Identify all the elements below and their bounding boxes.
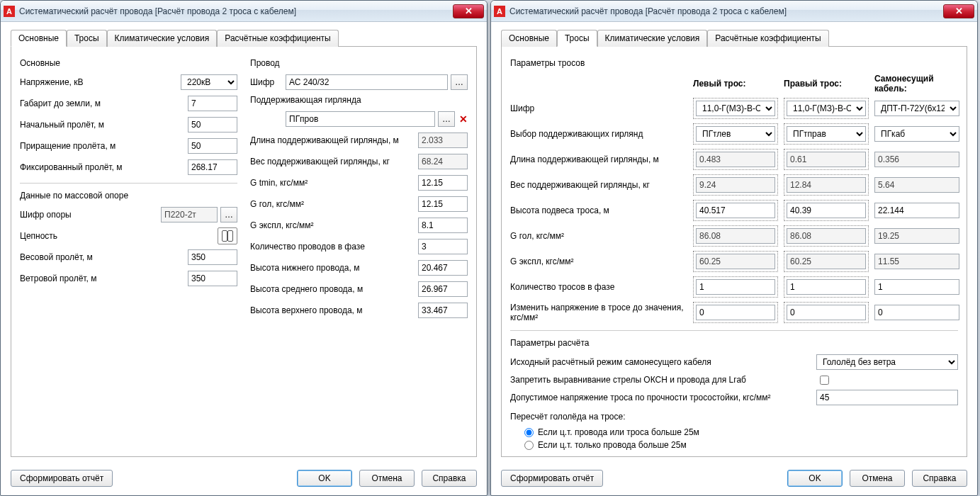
span-start-label: Начальный пролёт, м: [20, 120, 188, 130]
help-button[interactable]: Справка: [912, 470, 967, 487]
chain-label: Цепность: [20, 231, 218, 241]
code-self-select[interactable]: ДПТ-П-72У(6х12): [874, 101, 959, 116]
allow-tens-label: Допустимое напряжение троса по прочности…: [510, 393, 816, 402]
recount-radio-2[interactable]: [524, 441, 534, 450]
weight-span-label: Весовой пролёт, м: [20, 252, 188, 262]
h-mid-input[interactable]: [418, 281, 468, 297]
gexp-left: [696, 254, 775, 269]
tower-code-browse-button[interactable]: …: [220, 207, 237, 222]
report-button[interactable]: Сформировать отчёт: [11, 470, 113, 487]
ggol-input[interactable]: [418, 196, 468, 212]
garland-left-select[interactable]: ПГтлев: [696, 126, 775, 142]
voltage-select[interactable]: 220кВ: [181, 74, 237, 90]
cancel-button[interactable]: Отмена: [850, 470, 905, 487]
h-top-input[interactable]: [418, 303, 468, 318]
h-left[interactable]: [696, 203, 775, 218]
app-icon: A: [4, 6, 15, 17]
gexp-label: G экспл, кгс/мм²: [250, 220, 418, 230]
garland-len-label: Длина поддерживающей гирлянды, м: [250, 135, 418, 145]
span-inc-input[interactable]: [188, 138, 237, 154]
wind-span-input[interactable]: [188, 271, 237, 286]
nwires-input[interactable]: [418, 239, 468, 254]
h-top-label: Высота верхнего провода, м: [250, 305, 418, 315]
h-mid-label: Высота среднего провода, м: [250, 284, 418, 294]
row-ggol-label: G гол, кгс/мм²: [510, 231, 687, 241]
glen-left: [696, 152, 775, 167]
gabarit-input[interactable]: [188, 96, 237, 111]
allow-tens-input[interactable]: [816, 390, 958, 405]
garland-input: [286, 111, 435, 127]
tab-main[interactable]: Основные: [501, 30, 557, 47]
h-low-label: Высота нижнего провода, м: [250, 263, 418, 273]
tens-left[interactable]: [696, 305, 775, 320]
close-button[interactable]: ✕: [453, 4, 484, 18]
gexp-self: [874, 254, 959, 269]
cancel-button[interactable]: Отмена: [359, 470, 415, 487]
tens-right[interactable]: [787, 305, 866, 320]
span-start-input[interactable]: [188, 117, 237, 133]
garland-wt-label: Вес поддерживающей гирлянды, кг: [250, 157, 418, 167]
report-button[interactable]: Сформировать отчёт: [501, 470, 603, 487]
nwires-label: Количество проводов в фазе: [250, 242, 418, 252]
row-glen-label: Длина поддерживающей гирлянды, м: [510, 154, 687, 164]
ok-button[interactable]: OK: [787, 470, 843, 487]
window-main-tab: A Систематический расчёт провода [Расчёт…: [0, 0, 488, 496]
section-calc-params: Параметры расчёта: [510, 338, 958, 348]
col-left-header: Левый трос:: [693, 79, 778, 89]
section-main: Основные: [20, 58, 237, 68]
titlebar: A Систематический расчёт провода [Расчёт…: [491, 1, 977, 22]
wind-span-label: Ветровой пролёт, м: [20, 274, 188, 283]
garland-right-select[interactable]: ПГтправ: [787, 126, 866, 142]
row-h-label: Высота подвеса троса, м: [510, 205, 687, 215]
gabarit-label: Габарит до земли, м: [20, 98, 188, 108]
section-wire: Провод: [250, 58, 468, 68]
tens-self[interactable]: [874, 305, 959, 320]
gwt-self: [874, 177, 959, 193]
recount-radio-2-label: Если ц.т. только провода больше 25м: [538, 440, 687, 450]
tab-main[interactable]: Основные: [11, 30, 67, 47]
h-low-input[interactable]: [418, 260, 468, 276]
nph-self[interactable]: [874, 279, 959, 295]
span-fix-input[interactable]: [188, 159, 237, 175]
row-gwt-label: Вес поддерживающей гирлянды, кг: [510, 180, 687, 190]
mode-select[interactable]: Гололёд без ветра: [816, 354, 958, 370]
ggol-self: [874, 228, 959, 244]
h-self[interactable]: [874, 203, 959, 218]
nph-right[interactable]: [787, 279, 866, 295]
wire-code-browse-button[interactable]: …: [451, 74, 468, 90]
tower-code-label: Шифр опоры: [20, 210, 161, 220]
h-right[interactable]: [787, 203, 866, 218]
tab-climate[interactable]: Климатические условия: [597, 30, 708, 47]
gexp-input[interactable]: [418, 218, 468, 233]
gtmin-input[interactable]: [418, 175, 468, 191]
chain-icon[interactable]: [218, 227, 237, 244]
row-garland-label: Выбор поддерживающих гирлянд: [510, 129, 687, 139]
tabs: Основные Тросы Климатические условия Рас…: [501, 29, 967, 47]
forbid-checkbox[interactable]: [820, 376, 829, 385]
gwt-right: [787, 177, 866, 193]
wire-code-input: [286, 74, 448, 90]
tab-cables[interactable]: Тросы: [67, 30, 107, 47]
forbid-label: Запретить выравнивание стрелы ОКСН и про…: [510, 375, 816, 385]
help-button[interactable]: Справка: [422, 470, 477, 487]
garland-self-select[interactable]: ПГкаб: [874, 126, 959, 142]
voltage-label: Напряжение, кВ: [20, 77, 181, 87]
window-title: Систематический расчёт провода [Расчёт п…: [19, 6, 453, 16]
gexp-right: [787, 254, 866, 269]
recount-radio-1[interactable]: [524, 428, 534, 437]
code-left-select[interactable]: 11,0-Г(МЗ)-В-ОЖ: [696, 101, 775, 116]
section-cable-params: Параметры тросов: [510, 58, 958, 68]
nph-left[interactable]: [696, 279, 775, 295]
ok-button[interactable]: OK: [297, 470, 352, 487]
garland-browse-button[interactable]: …: [438, 111, 455, 127]
tab-coeffs[interactable]: Расчётные коэффициенты: [707, 30, 828, 47]
close-button[interactable]: ✕: [943, 4, 974, 18]
tab-climate[interactable]: Климатические условия: [107, 30, 218, 47]
weight-span-input[interactable]: [188, 249, 237, 265]
garland-delete-icon[interactable]: ✕: [459, 113, 468, 125]
code-right-select[interactable]: 11,0-Г(МЗ)-В-ОЖ: [787, 101, 866, 116]
tab-cables[interactable]: Тросы: [557, 30, 597, 47]
tab-coeffs[interactable]: Расчётные коэффициенты: [217, 30, 338, 47]
recount-label: Пересчёт гололёда на тросе:: [510, 412, 958, 422]
mode-label: Исходный расчётный режим самонесущего ка…: [510, 357, 816, 367]
